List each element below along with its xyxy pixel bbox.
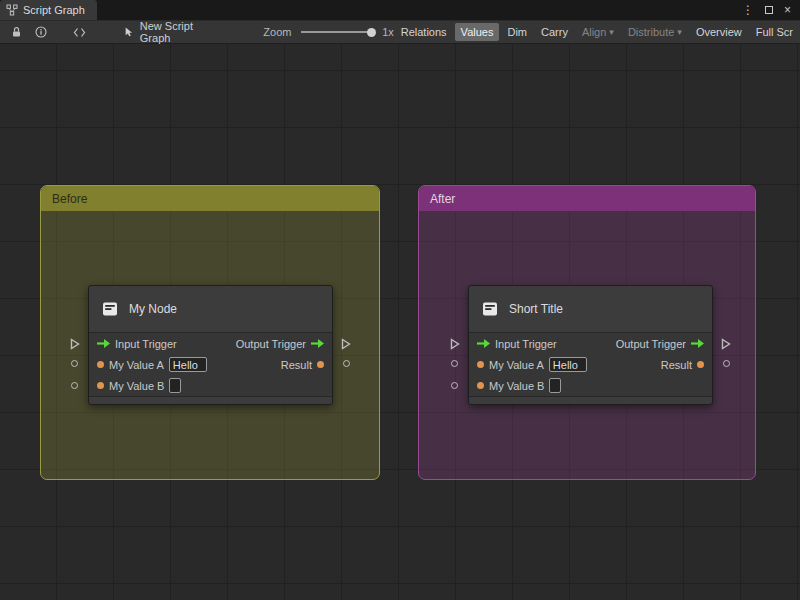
flow-output-port[interactable] (721, 338, 731, 350)
node-short-title-wrap: Short Title Input Trigger Output Trigger (448, 285, 733, 410)
distribute-button[interactable]: Distribute▾ (622, 23, 688, 41)
value-a-port[interactable] (71, 360, 78, 367)
value-port-icon[interactable] (477, 382, 484, 389)
value-port-icon[interactable] (317, 361, 324, 368)
result-label: Result (281, 359, 312, 371)
node-footer (469, 396, 712, 404)
window-controls: ⋮ × (742, 0, 800, 20)
value-b-label: My Value B (109, 380, 164, 392)
group-title: After (430, 192, 455, 206)
zoom-value: 1x (382, 26, 394, 38)
node-row-value-a: My Value A Result (89, 354, 332, 375)
cursor-icon (124, 26, 134, 38)
flow-in-label: Input Trigger (115, 338, 177, 350)
relations-button[interactable]: Relations (395, 23, 453, 41)
flow-arrow-icon[interactable] (691, 339, 704, 348)
node-header[interactable]: My Node (89, 286, 332, 333)
unity-visual-scripting-window: Script Graph ⋮ × (0, 0, 800, 600)
chevron-down-icon: ▾ (677, 27, 682, 37)
value-port-icon[interactable] (697, 361, 704, 368)
overview-button[interactable]: Overview (690, 23, 748, 41)
node-header[interactable]: Short Title (469, 286, 712, 333)
value-port-icon[interactable] (97, 361, 104, 368)
flow-arrow-icon[interactable] (97, 339, 110, 348)
value-port-icon[interactable] (477, 361, 484, 368)
values-button[interactable]: Values (455, 23, 500, 41)
value-b-label: My Value B (489, 380, 544, 392)
value-b-port[interactable] (71, 382, 78, 389)
tab-label: Script Graph (23, 4, 85, 16)
flow-out-label: Output Trigger (236, 338, 306, 350)
zoom-label: Zoom (263, 26, 291, 38)
node-short-title[interactable]: Short Title Input Trigger Output Trigger (468, 285, 713, 405)
result-port[interactable] (343, 360, 350, 367)
fullscreen-button[interactable]: Full Scr (750, 23, 799, 41)
zoom-slider-track (301, 31, 375, 33)
zoom-slider-knob[interactable] (367, 28, 376, 37)
node-row-flow: Input Trigger Output Trigger (89, 333, 332, 354)
flow-arrow-icon[interactable] (311, 339, 324, 348)
node-icon (480, 299, 500, 319)
result-label: Result (661, 359, 692, 371)
tab-bar: Script Graph ⋮ × (0, 0, 800, 20)
value-b-port[interactable] (451, 382, 458, 389)
code-icon[interactable] (71, 27, 88, 38)
graph-toolbar: New Script Graph Zoom 1x Relations Value… (0, 20, 800, 44)
group-header[interactable]: After (419, 186, 755, 211)
window-menu-icon[interactable]: ⋮ (742, 4, 754, 16)
value-a-label: My Value A (489, 359, 544, 371)
node-title: My Node (129, 302, 177, 316)
node-row-value-a: My Value A Result (469, 354, 712, 375)
flow-arrow-icon[interactable] (477, 339, 490, 348)
tab-script-graph[interactable]: Script Graph (0, 0, 97, 20)
dim-button[interactable]: Dim (501, 23, 533, 41)
flow-out-label: Output Trigger (616, 338, 686, 350)
flow-input-port[interactable] (70, 338, 80, 350)
graph-selector[interactable]: New Script Graph (124, 20, 220, 44)
node-my-node[interactable]: My Node Input Trigger Output Trigger (88, 285, 333, 405)
chevron-down-icon: ▾ (609, 27, 614, 37)
flow-output-port[interactable] (341, 338, 351, 350)
align-button[interactable]: Align▾ (576, 23, 620, 41)
value-b-input[interactable] (169, 378, 181, 393)
window-maximize-icon[interactable] (765, 4, 773, 16)
group-header[interactable]: Before (41, 186, 379, 211)
graph-canvas[interactable]: Before After (0, 44, 800, 600)
value-port-icon[interactable] (97, 382, 104, 389)
node-title: Short Title (509, 302, 563, 316)
node-row-value-b: My Value B (469, 375, 712, 396)
value-a-input[interactable] (549, 357, 587, 372)
lock-icon[interactable] (8, 26, 25, 38)
zoom-slider[interactable] (301, 26, 375, 38)
node-my-node-wrap: My Node Input Trigger Output Trigger (68, 285, 353, 410)
node-icon (100, 299, 120, 319)
script-graph-icon (6, 4, 18, 16)
value-a-label: My Value A (109, 359, 164, 371)
result-port[interactable] (723, 360, 730, 367)
value-b-input[interactable] (549, 378, 561, 393)
window-close-icon[interactable]: × (784, 4, 791, 16)
value-a-input[interactable] (169, 357, 207, 372)
value-a-port[interactable] (451, 360, 458, 367)
carry-button[interactable]: Carry (535, 23, 574, 41)
group-title: Before (52, 192, 87, 206)
flow-input-port[interactable] (450, 338, 460, 350)
info-icon[interactable] (33, 26, 50, 38)
flow-in-label: Input Trigger (495, 338, 557, 350)
node-footer (89, 396, 332, 404)
graph-name: New Script Graph (140, 20, 220, 44)
node-row-flow: Input Trigger Output Trigger (469, 333, 712, 354)
node-row-value-b: My Value B (89, 375, 332, 396)
